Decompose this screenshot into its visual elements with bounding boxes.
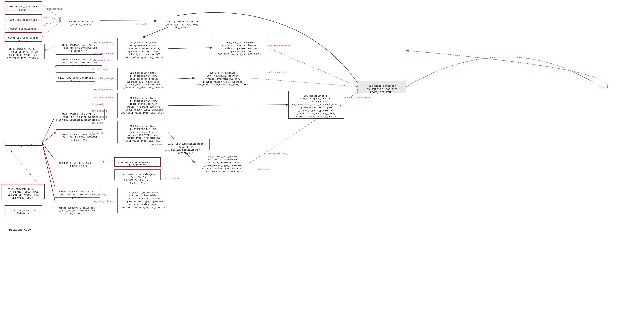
svg-line-21 xyxy=(250,78,358,87)
node-tao-string: TAO::String_var< CORBA ::Char > xyxy=(5,1,42,11)
label-cft-setting-2: cft_setting_ xyxy=(92,109,108,112)
label-dds-read-2: dds_read_ xyxy=(92,122,104,124)
svg-line-12 xyxy=(45,46,56,51)
node-dds-update-t: DDS_Update_T< typenameCCM_TYPE::observab… xyxy=(117,188,168,213)
node-ccm-statelistenercontrol: CCM_DDS_StateListenerControl_T< BASE_TYP… xyxy=(114,157,161,167)
label-ccm-data-writer: ccm_data_writer_ xyxy=(92,200,114,203)
node-corba-localobject: CORBA::LocalObject xyxy=(5,24,42,29)
node-localobj-statelistener-ctrl2: CIAO::DDS4CCM::LocalObject_Auto_Ptr_T< C… xyxy=(162,139,210,150)
svg-line-10 xyxy=(168,105,288,106)
node-dds-get-t: DDS_Get_T< typenameCCM_TYPE::pull_observ… xyxy=(195,68,250,88)
label-passive-observer: passive_observer_ xyxy=(268,44,292,47)
node-dds-statelisten-t: DDS_StateListen_T<CCM_TYPE::push_observe… xyxy=(288,91,344,119)
label-push-observer: push_observer_ xyxy=(268,152,288,155)
node-localobj-ccmdatawriter: CIAO::DDS4CCM::LocalObject_Auto_Ptr_T< C… xyxy=(54,203,100,214)
node-dds-subscriber-base-push-state: DDS_Subscriber_Base_T< typename CCM_TYPE… xyxy=(117,93,168,118)
label-data-control-2: data_control_ xyxy=(165,177,182,180)
label-condition-manager-1: condition_manager_ xyxy=(92,52,116,55)
node-localobj-datalistener-ctrl: CIAO::DDS4CCM::LocalObject_Auto_Ptr_T< C… xyxy=(114,169,161,180)
node-condition-manager: CIAO::DDS4CCM::ConditionManager xyxy=(56,72,95,82)
label-push-state-observer: push_state_observer_ xyxy=(344,96,372,99)
label-pull-observer: pull_observer_ xyxy=(268,71,288,73)
node-dds-read-t: DDS_Read_T< typenameCCM_TYPE::passive_ob… xyxy=(212,38,268,58)
svg-line-0 xyxy=(100,21,157,21)
diagram-container: qos_profile_ dfl_ xyxy=(0,0,644,313)
svg-line-15 xyxy=(42,132,56,143)
svg-line-8 xyxy=(168,48,212,49)
node-dds-base-connector: DDS_Base_Connector_T< CCM_TYPE > xyxy=(61,16,100,25)
label-ccm-data-reader-2: ccm_data_reader_ xyxy=(92,59,114,61)
svg-line-3 xyxy=(42,17,61,19)
svg-line-20 xyxy=(268,48,358,87)
label-qos-profile: qos_profile_ xyxy=(47,8,64,10)
label-condition-manager-2: condition_manager_ xyxy=(92,77,116,80)
node-dds-subscriber-base-passive: DDS_Subscriber_Base_T< typename CCM_TYPE… xyxy=(117,38,168,60)
node-ciao-getter: CIAO::DDS4CCM::Getter_T< GETTER_TYPE, TY… xyxy=(1,44,45,59)
svg-line-6 xyxy=(42,21,61,37)
label-observable: observable_ xyxy=(258,168,273,170)
node-localobj-reader: CIAO::DDS4CCM::LocalObject_Auto_Ptr_T< C… xyxy=(56,129,102,140)
label-dds-get: dds_get_ xyxy=(137,23,148,25)
node-dds-state-connector: DDS_State_Connector_T< CCM_TYPE, DDS_TYP… xyxy=(358,81,406,93)
label-condition-manager-3: condition_manager_ xyxy=(92,96,116,98)
label-disabled-copy: Disabled Copy xyxy=(9,228,31,231)
svg-line-7 xyxy=(143,27,168,38)
node-localobj-updater: CIAO::DDS4CCM::LocalObject_Auto_Ptr_T< C… xyxy=(54,187,100,198)
svg-line-9 xyxy=(168,78,195,79)
label-ccm-data-reader-3: ccm_data_reader_ xyxy=(92,88,114,91)
label-cft-setting-3: cft_setting_ xyxy=(92,116,108,118)
node-dds-subscriber-base-push: DDS_Subscriber_Base_T< typename CCM_TYPE… xyxy=(117,121,168,143)
label-dds-read-1: dds_read_ xyxy=(92,103,104,106)
node-ciao-logger: CIAO::DDS4CCM::Logger_Service xyxy=(5,32,42,42)
node-ccm-datalistenercontrol: CCM_DDS_DataListenerControl_T< BASE_TYPE… xyxy=(54,158,100,167)
node-ciao-updater: CIAO::DDS4CCM::Updater_T< UPDATER_TYPE, … xyxy=(1,184,45,199)
label-dds-update: dds_update_ xyxy=(92,193,107,196)
node-ciao-ccm-datawriter: CIAO::DDS4CCM::CCM_DataWriter xyxy=(5,205,42,214)
node-ccm-base-type: CCM_TYPE::base_type xyxy=(5,14,42,20)
label-dfl: dfl_ xyxy=(46,22,51,25)
label-ccm-data-reader-1: ccm_data_reader_ xyxy=(92,41,114,44)
node-dds-topicbase-connector: DDS_TopicBase_Connector_T< CCM_TYPE, DDS… xyxy=(157,16,207,27)
node-ace-copy-disabled: ACE_Copy_Disabled xyxy=(5,140,42,146)
label-cft-setting-1: cft_setting_ xyxy=(92,68,108,70)
svg-line-4 xyxy=(42,20,61,26)
label-dds-read-3: dds_read_ xyxy=(92,132,104,134)
node-dds-subscriber-base-pull: DDS_Subscriber_Base_T< typename CCM_TYPE… xyxy=(117,68,168,90)
node-dds-listen-t: DDS_Listen_T< typenameCCM_TYPE::push_obs… xyxy=(195,152,250,174)
